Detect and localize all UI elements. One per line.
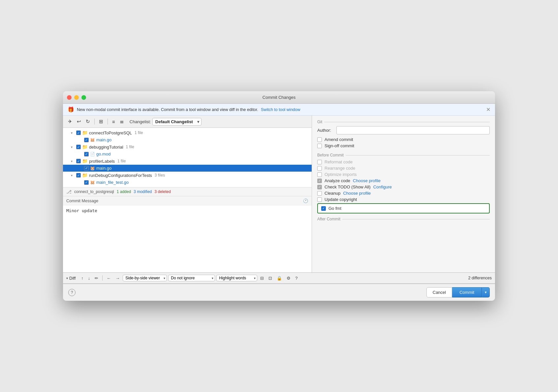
check-todo-checkbox[interactable]: ✓ (317, 185, 322, 189)
deleted-count: 3 deleted (155, 189, 171, 194)
author-label: Author: (317, 128, 334, 133)
commit-button[interactable]: Commit (452, 287, 482, 297)
ignore-select[interactable]: Do not ignore Ignore whitespace Ignore a… (168, 275, 215, 281)
file-tree[interactable]: ▾ ✓ 📁 connectToPostgreSQL 1 file ✓ 🐹 mai… (63, 128, 312, 187)
check-todo-link[interactable]: Configure (373, 184, 392, 189)
info-bar-text: New non-modal commit interface is availa… (77, 107, 258, 112)
minimize-button[interactable] (74, 95, 79, 100)
commit-message-input[interactable]: Minor update (63, 206, 312, 271)
rollback-button[interactable]: ↩ (75, 118, 83, 126)
switch-to-tool-window-link[interactable]: Switch to tool window (261, 107, 300, 112)
left-panel: ✈ ↩ ↻ ⊞ ≡ ≣ Changelist: Default Changeli… (63, 116, 312, 272)
file-name: main_file_test.go (96, 180, 129, 185)
author-input[interactable] (336, 126, 490, 134)
update-project-button[interactable]: ✈ (66, 118, 74, 126)
folder-name: connectToPostgreSQL (89, 130, 132, 135)
diff-toggle-icon[interactable]: ▾ (66, 276, 68, 280)
tree-folder-debuggingTutorial[interactable]: ▾ ✓ 📁 debuggingTutorial 1 file (63, 143, 312, 151)
cleanup-link[interactable]: Choose profile (343, 191, 371, 196)
reformat-code-row: Reformat code (317, 159, 490, 164)
refresh-button[interactable]: ↻ (84, 118, 92, 126)
highlight-select-wrapper: Highlight words Highlight lines Highligh… (216, 275, 257, 281)
maximize-button[interactable] (81, 95, 86, 100)
amend-commit-row: Amend commit (317, 137, 490, 142)
item-count: 1 file (126, 145, 134, 149)
branch-name: connect_to_postgresql (74, 189, 114, 194)
sign-off-commit-row: Sign-off commit (317, 143, 490, 148)
info-close-icon[interactable]: ✕ (486, 106, 490, 113)
separator-2 (108, 119, 108, 125)
folder-icon: 📁 (82, 158, 88, 164)
viewer-select-wrapper: Side-by-side viewer Unified viewer (123, 275, 167, 281)
folder-name: profilerLabels (89, 159, 115, 164)
commit-dropdown-button[interactable]: ▾ (482, 287, 490, 297)
tree-folder-runDebugConfigurationsForTests[interactable]: ▾ ✓ 📁 runDebugConfigurationsForTests 3 f… (63, 172, 312, 179)
cleanup-row: Cleanup Choose profile (317, 191, 490, 196)
changelist-select[interactable]: Default Changelist (152, 118, 201, 126)
viewer-select[interactable]: Side-by-side viewer Unified viewer (123, 275, 167, 281)
separator-1 (94, 119, 95, 125)
diff-next-button[interactable]: ↓ (86, 275, 92, 281)
folder-icon: 📁 (82, 130, 88, 135)
changelist-wrapper: Default Changelist (152, 118, 201, 126)
main-content: ✈ ↩ ↻ ⊞ ≡ ≣ Changelist: Default Changeli… (63, 116, 495, 272)
go-file-icon-2: 🐹 (90, 166, 95, 171)
folder-checkbox-connectToPostgreSQL[interactable]: ✓ (76, 130, 81, 135)
amend-commit-checkbox[interactable] (317, 137, 322, 142)
go-file-icon: 🐹 (90, 138, 95, 142)
expand-all-button[interactable]: ≡ (110, 118, 117, 126)
cancel-button[interactable]: Cancel (426, 287, 452, 297)
diff-next-change-button[interactable]: → (114, 275, 121, 281)
diff-title: Diff (69, 276, 76, 281)
lock-button[interactable]: 🔒 (275, 275, 284, 281)
commit-message-section: Commit Message 🕐 Minor update (63, 196, 312, 272)
diff-prev-change-button[interactable]: ← (105, 275, 112, 281)
file-checkbox-main-file-test-go[interactable]: ✓ (84, 180, 89, 185)
window-controls (67, 95, 86, 100)
go-fmt-checkbox[interactable]: ✓ (321, 206, 326, 211)
author-row: Author: (317, 126, 490, 134)
optimize-imports-checkbox[interactable] (317, 172, 322, 177)
diff-prev-button[interactable]: ↑ (79, 275, 85, 281)
help-button[interactable]: ? (68, 289, 76, 296)
analyze-code-checkbox[interactable]: ✓ (317, 179, 322, 183)
group-button[interactable]: ⊞ (97, 118, 105, 126)
settings-button[interactable]: ⚙ (285, 275, 292, 281)
side-by-side-button[interactable]: ⊡ (267, 275, 274, 281)
close-button[interactable] (67, 95, 72, 100)
file-checkbox-main-go-2[interactable]: ✓ (84, 166, 89, 171)
folder-checkbox-debuggingTutorial[interactable]: ✓ (76, 145, 81, 149)
tree-file-main-go-2-selected[interactable]: ✓ 🐹 main.go (63, 165, 312, 172)
diff-count: 2 differences (468, 276, 492, 280)
before-commit-title: Before Commit (317, 153, 490, 157)
bottom-bar: ? Cancel Commit ▾ (63, 284, 495, 301)
reformat-code-checkbox[interactable] (317, 160, 322, 164)
go-fmt-box: ✓ Go fmt (317, 203, 490, 213)
highlight-select[interactable]: Highlight words Highlight lines Highligh… (216, 275, 257, 281)
folder-checkbox-runDebug[interactable]: ✓ (76, 173, 81, 178)
item-count: 3 files (155, 173, 165, 178)
cleanup-checkbox[interactable] (317, 191, 322, 196)
info-icon: 🎁 (68, 106, 74, 113)
collapse-unchanged-button[interactable]: ⊟ (259, 275, 265, 281)
tree-file-main-file-test-go[interactable]: ✓ 🐹 main_file_test.go (63, 179, 312, 186)
tree-folder-connectToPostgreSQL[interactable]: ▾ ✓ 📁 connectToPostgreSQL 1 file (63, 129, 312, 136)
tree-file-main-go-1[interactable]: ✓ 🐹 main.go (63, 136, 312, 143)
history-icon[interactable]: 🕐 (303, 198, 308, 203)
file-checkbox-go-mod[interactable]: ✓ (84, 152, 89, 156)
diff-edit-button[interactable]: ✏ (93, 275, 100, 281)
analyze-code-link[interactable]: Choose profile (353, 178, 381, 183)
collapse-all-button[interactable]: ≣ (118, 118, 126, 126)
sign-off-commit-checkbox[interactable] (317, 144, 322, 148)
update-copyright-checkbox[interactable] (317, 197, 322, 202)
file-checkbox-main-go-1[interactable]: ✓ (84, 138, 89, 142)
git-section: Git Author: Amend commit Sign-off commit (317, 120, 490, 150)
folder-checkbox-profilerLabels[interactable]: ✓ (76, 159, 81, 163)
after-commit-title: After Commit (317, 217, 490, 221)
tree-file-go-mod[interactable]: ✓ 📄 go.mod (63, 151, 312, 157)
tree-folder-profilerLabels[interactable]: ▾ ✓ 📁 profilerLabels 1 file (63, 157, 312, 165)
rearrange-code-checkbox[interactable] (317, 166, 322, 171)
item-count: 1 file (135, 130, 143, 135)
folder-icon: 📁 (82, 144, 88, 150)
help-diff-button[interactable]: ? (294, 275, 299, 281)
